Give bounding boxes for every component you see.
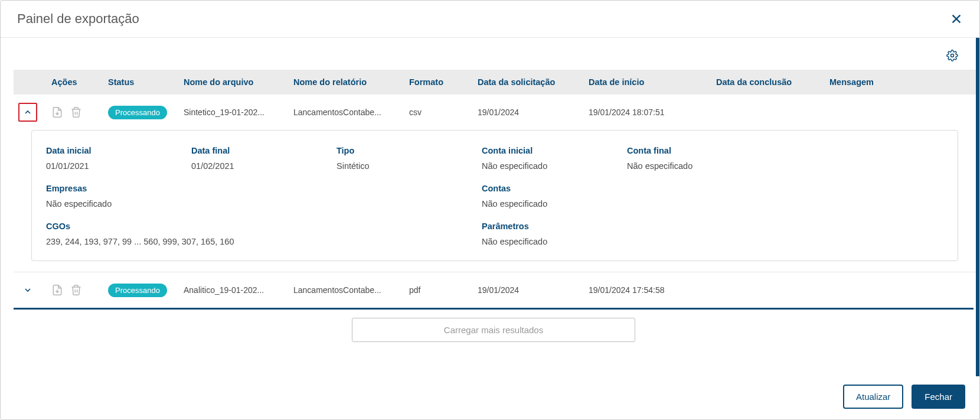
status-badge: Processando <box>108 284 167 297</box>
status-badge: Processando <box>108 106 167 119</box>
col-nome-relatorio[interactable]: Nome do relatório <box>289 70 404 95</box>
val-data-inicial: 01/01/2021 <box>46 161 191 173</box>
gear-icon[interactable] <box>946 50 958 61</box>
row-collapse-toggle[interactable] <box>18 103 37 122</box>
col-data-solicitacao[interactable]: Data da solicitação <box>473 70 584 95</box>
cell-formato: csv <box>404 95 473 130</box>
val-cgos: 239, 244, 193, 977, 99 ... 560, 999, 307… <box>46 237 482 249</box>
cell-data-inicio: 19/01/2024 17:54:58 <box>584 272 711 308</box>
lbl-cgos: CGOs <box>46 217 482 231</box>
val-tipo: Sintético <box>337 161 482 173</box>
cell-data-inicio: 19/01/2024 18:07:51 <box>584 95 711 130</box>
lbl-empresas: Empresas <box>46 179 482 193</box>
val-empresas: Não especificado <box>46 199 482 211</box>
row-expand-toggle[interactable] <box>18 281 37 299</box>
col-status[interactable]: Status <box>103 70 179 95</box>
lbl-parametros: Parâmetros <box>482 217 627 231</box>
modal-title: Painel de exportação <box>17 11 139 27</box>
val-contas: Não especificado <box>482 199 627 211</box>
val-parametros: Não especificado <box>482 237 627 249</box>
download-icon[interactable] <box>51 284 63 296</box>
lbl-data-inicial: Data inicial <box>46 141 191 155</box>
cell-mensagem <box>825 272 976 308</box>
cell-formato: pdf <box>404 272 473 308</box>
cell-nome-arquivo: Sintetico_19-01-202... <box>179 95 289 130</box>
modal-body: Ações Status Nome do arquivo Nome do rel… <box>1 38 979 376</box>
export-table: Ações Status Nome do arquivo Nome do rel… <box>14 70 976 308</box>
col-nome-arquivo[interactable]: Nome do arquivo <box>179 70 289 95</box>
col-mensagem[interactable]: Mensagem <box>825 70 976 95</box>
trash-icon[interactable] <box>70 106 82 118</box>
lbl-contas: Contas <box>482 179 627 193</box>
col-formato[interactable]: Formato <box>404 70 473 95</box>
close-button[interactable]: Fechar <box>912 385 965 409</box>
col-acoes[interactable]: Ações <box>47 70 103 95</box>
val-conta-final: Não especificado <box>627 161 772 173</box>
cell-nome-relatorio: LancamentosContabe... <box>289 95 404 130</box>
trash-icon[interactable] <box>70 284 82 296</box>
cell-data-solicitacao: 19/01/2024 <box>473 95 584 130</box>
cell-mensagem <box>825 95 976 130</box>
cell-data-conclusao <box>711 272 825 308</box>
modal-footer: Atualizar Fechar <box>1 376 979 419</box>
cell-data-conclusao <box>711 95 825 130</box>
cell-data-solicitacao: 19/01/2024 <box>473 272 584 308</box>
lbl-data-final: Data final <box>191 141 337 155</box>
details-box: Data inicial Data final Tipo Conta inici… <box>31 130 958 261</box>
lbl-conta-inicial: Conta inicial <box>482 141 627 155</box>
svg-point-2 <box>951 54 954 57</box>
chevron-up-icon <box>23 108 32 117</box>
download-icon[interactable] <box>51 106 63 118</box>
row-details: Data inicial Data final Tipo Conta inici… <box>14 130 976 272</box>
load-more-button[interactable]: Carregar mais resultados <box>352 318 635 342</box>
val-conta-inicial: Não especificado <box>482 161 627 173</box>
modal-header: Painel de exportação <box>1 1 979 38</box>
cell-nome-relatorio: LancamentosContabe... <box>289 272 404 308</box>
lbl-conta-final: Conta final <box>627 141 772 155</box>
cell-nome-arquivo: Analitico_19-01-202... <box>179 272 289 308</box>
table-row: Processando Analitico_19-01-202... Lanca… <box>14 272 976 308</box>
close-icon[interactable] <box>950 12 963 25</box>
lbl-tipo: Tipo <box>337 141 482 155</box>
refresh-button[interactable]: Atualizar <box>843 385 903 409</box>
col-data-conclusao[interactable]: Data da conclusão <box>711 70 825 95</box>
chevron-down-icon <box>23 285 32 295</box>
export-panel-modal: Painel de exportação Ações Status <box>0 0 980 420</box>
table-row: Processando Sintetico_19-01-202... Lanca… <box>14 95 976 130</box>
val-data-final: 01/02/2021 <box>191 161 337 173</box>
col-data-inicio[interactable]: Data de início <box>584 70 711 95</box>
